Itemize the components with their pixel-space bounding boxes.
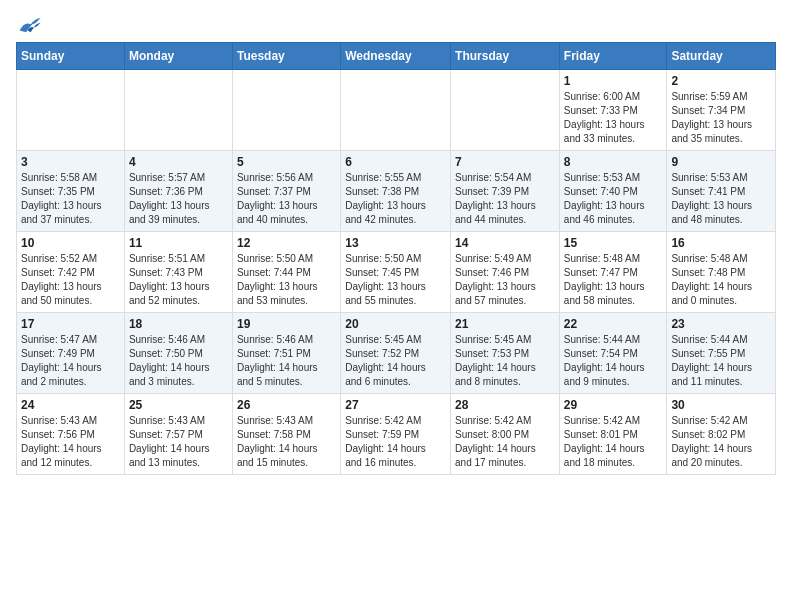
day-info: Sunrise: 5:50 AM Sunset: 7:44 PM Dayligh… bbox=[237, 252, 336, 308]
calendar-cell: 20Sunrise: 5:45 AM Sunset: 7:52 PM Dayli… bbox=[341, 313, 451, 394]
day-info: Sunrise: 5:47 AM Sunset: 7:49 PM Dayligh… bbox=[21, 333, 120, 389]
day-number: 21 bbox=[455, 317, 555, 331]
header-monday: Monday bbox=[124, 43, 232, 70]
calendar-cell: 28Sunrise: 5:42 AM Sunset: 8:00 PM Dayli… bbox=[451, 394, 560, 475]
day-info: Sunrise: 5:49 AM Sunset: 7:46 PM Dayligh… bbox=[455, 252, 555, 308]
day-info: Sunrise: 5:59 AM Sunset: 7:34 PM Dayligh… bbox=[671, 90, 771, 146]
day-number: 5 bbox=[237, 155, 336, 169]
calendar-cell: 16Sunrise: 5:48 AM Sunset: 7:48 PM Dayli… bbox=[667, 232, 776, 313]
calendar-cell bbox=[124, 70, 232, 151]
calendar-cell: 27Sunrise: 5:42 AM Sunset: 7:59 PM Dayli… bbox=[341, 394, 451, 475]
header-thursday: Thursday bbox=[451, 43, 560, 70]
day-info: Sunrise: 5:51 AM Sunset: 7:43 PM Dayligh… bbox=[129, 252, 228, 308]
day-number: 29 bbox=[564, 398, 663, 412]
calendar-cell: 18Sunrise: 5:46 AM Sunset: 7:50 PM Dayli… bbox=[124, 313, 232, 394]
day-number: 30 bbox=[671, 398, 771, 412]
calendar-week-row: 3Sunrise: 5:58 AM Sunset: 7:35 PM Daylig… bbox=[17, 151, 776, 232]
calendar-cell: 23Sunrise: 5:44 AM Sunset: 7:55 PM Dayli… bbox=[667, 313, 776, 394]
day-info: Sunrise: 5:56 AM Sunset: 7:37 PM Dayligh… bbox=[237, 171, 336, 227]
day-number: 23 bbox=[671, 317, 771, 331]
day-info: Sunrise: 5:44 AM Sunset: 7:54 PM Dayligh… bbox=[564, 333, 663, 389]
calendar-cell: 9Sunrise: 5:53 AM Sunset: 7:41 PM Daylig… bbox=[667, 151, 776, 232]
day-info: Sunrise: 5:55 AM Sunset: 7:38 PM Dayligh… bbox=[345, 171, 446, 227]
day-number: 20 bbox=[345, 317, 446, 331]
header-wednesday: Wednesday bbox=[341, 43, 451, 70]
calendar-table: Sunday Monday Tuesday Wednesday Thursday… bbox=[16, 42, 776, 475]
day-info: Sunrise: 5:50 AM Sunset: 7:45 PM Dayligh… bbox=[345, 252, 446, 308]
calendar-cell: 12Sunrise: 5:50 AM Sunset: 7:44 PM Dayli… bbox=[232, 232, 340, 313]
calendar-cell: 8Sunrise: 5:53 AM Sunset: 7:40 PM Daylig… bbox=[559, 151, 667, 232]
day-number: 15 bbox=[564, 236, 663, 250]
day-number: 26 bbox=[237, 398, 336, 412]
day-number: 9 bbox=[671, 155, 771, 169]
calendar-cell: 7Sunrise: 5:54 AM Sunset: 7:39 PM Daylig… bbox=[451, 151, 560, 232]
day-number: 4 bbox=[129, 155, 228, 169]
day-number: 22 bbox=[564, 317, 663, 331]
day-number: 2 bbox=[671, 74, 771, 88]
day-number: 10 bbox=[21, 236, 120, 250]
calendar-cell: 4Sunrise: 5:57 AM Sunset: 7:36 PM Daylig… bbox=[124, 151, 232, 232]
calendar-cell: 29Sunrise: 5:42 AM Sunset: 8:01 PM Dayli… bbox=[559, 394, 667, 475]
day-number: 11 bbox=[129, 236, 228, 250]
day-info: Sunrise: 5:43 AM Sunset: 7:57 PM Dayligh… bbox=[129, 414, 228, 470]
day-number: 3 bbox=[21, 155, 120, 169]
calendar-body: 1Sunrise: 6:00 AM Sunset: 7:33 PM Daylig… bbox=[17, 70, 776, 475]
calendar-cell: 19Sunrise: 5:46 AM Sunset: 7:51 PM Dayli… bbox=[232, 313, 340, 394]
day-info: Sunrise: 5:45 AM Sunset: 7:53 PM Dayligh… bbox=[455, 333, 555, 389]
calendar-cell: 1Sunrise: 6:00 AM Sunset: 7:33 PM Daylig… bbox=[559, 70, 667, 151]
calendar-cell: 10Sunrise: 5:52 AM Sunset: 7:42 PM Dayli… bbox=[17, 232, 125, 313]
header-friday: Friday bbox=[559, 43, 667, 70]
day-info: Sunrise: 5:57 AM Sunset: 7:36 PM Dayligh… bbox=[129, 171, 228, 227]
day-info: Sunrise: 5:42 AM Sunset: 7:59 PM Dayligh… bbox=[345, 414, 446, 470]
day-number: 7 bbox=[455, 155, 555, 169]
calendar-header: Sunday Monday Tuesday Wednesday Thursday… bbox=[17, 43, 776, 70]
calendar-week-row: 24Sunrise: 5:43 AM Sunset: 7:56 PM Dayli… bbox=[17, 394, 776, 475]
day-info: Sunrise: 5:42 AM Sunset: 8:00 PM Dayligh… bbox=[455, 414, 555, 470]
day-info: Sunrise: 5:46 AM Sunset: 7:51 PM Dayligh… bbox=[237, 333, 336, 389]
day-info: Sunrise: 5:53 AM Sunset: 7:40 PM Dayligh… bbox=[564, 171, 663, 227]
calendar-cell bbox=[17, 70, 125, 151]
day-info: Sunrise: 5:43 AM Sunset: 7:56 PM Dayligh… bbox=[21, 414, 120, 470]
calendar-cell: 11Sunrise: 5:51 AM Sunset: 7:43 PM Dayli… bbox=[124, 232, 232, 313]
day-number: 24 bbox=[21, 398, 120, 412]
day-number: 16 bbox=[671, 236, 771, 250]
calendar-cell: 26Sunrise: 5:43 AM Sunset: 7:58 PM Dayli… bbox=[232, 394, 340, 475]
day-number: 25 bbox=[129, 398, 228, 412]
day-info: Sunrise: 5:42 AM Sunset: 8:02 PM Dayligh… bbox=[671, 414, 771, 470]
logo bbox=[16, 16, 42, 34]
calendar-cell: 30Sunrise: 5:42 AM Sunset: 8:02 PM Dayli… bbox=[667, 394, 776, 475]
day-number: 17 bbox=[21, 317, 120, 331]
day-number: 1 bbox=[564, 74, 663, 88]
day-info: Sunrise: 5:54 AM Sunset: 7:39 PM Dayligh… bbox=[455, 171, 555, 227]
day-info: Sunrise: 5:52 AM Sunset: 7:42 PM Dayligh… bbox=[21, 252, 120, 308]
day-number: 18 bbox=[129, 317, 228, 331]
calendar-week-row: 17Sunrise: 5:47 AM Sunset: 7:49 PM Dayli… bbox=[17, 313, 776, 394]
day-info: Sunrise: 6:00 AM Sunset: 7:33 PM Dayligh… bbox=[564, 90, 663, 146]
day-number: 28 bbox=[455, 398, 555, 412]
day-number: 14 bbox=[455, 236, 555, 250]
calendar-cell bbox=[232, 70, 340, 151]
day-number: 6 bbox=[345, 155, 446, 169]
day-number: 13 bbox=[345, 236, 446, 250]
calendar-cell: 14Sunrise: 5:49 AM Sunset: 7:46 PM Dayli… bbox=[451, 232, 560, 313]
day-number: 27 bbox=[345, 398, 446, 412]
calendar-cell: 17Sunrise: 5:47 AM Sunset: 7:49 PM Dayli… bbox=[17, 313, 125, 394]
day-info: Sunrise: 5:46 AM Sunset: 7:50 PM Dayligh… bbox=[129, 333, 228, 389]
calendar-cell: 2Sunrise: 5:59 AM Sunset: 7:34 PM Daylig… bbox=[667, 70, 776, 151]
day-number: 8 bbox=[564, 155, 663, 169]
day-info: Sunrise: 5:43 AM Sunset: 7:58 PM Dayligh… bbox=[237, 414, 336, 470]
calendar-cell: 6Sunrise: 5:55 AM Sunset: 7:38 PM Daylig… bbox=[341, 151, 451, 232]
calendar-cell bbox=[451, 70, 560, 151]
day-info: Sunrise: 5:58 AM Sunset: 7:35 PM Dayligh… bbox=[21, 171, 120, 227]
calendar-cell: 13Sunrise: 5:50 AM Sunset: 7:45 PM Dayli… bbox=[341, 232, 451, 313]
header-tuesday: Tuesday bbox=[232, 43, 340, 70]
calendar-cell: 5Sunrise: 5:56 AM Sunset: 7:37 PM Daylig… bbox=[232, 151, 340, 232]
day-info: Sunrise: 5:48 AM Sunset: 7:47 PM Dayligh… bbox=[564, 252, 663, 308]
day-info: Sunrise: 5:44 AM Sunset: 7:55 PM Dayligh… bbox=[671, 333, 771, 389]
day-info: Sunrise: 5:42 AM Sunset: 8:01 PM Dayligh… bbox=[564, 414, 663, 470]
logo-bird-icon bbox=[18, 16, 42, 34]
header-row: Sunday Monday Tuesday Wednesday Thursday… bbox=[17, 43, 776, 70]
day-info: Sunrise: 5:48 AM Sunset: 7:48 PM Dayligh… bbox=[671, 252, 771, 308]
calendar-cell: 15Sunrise: 5:48 AM Sunset: 7:47 PM Dayli… bbox=[559, 232, 667, 313]
calendar-week-row: 1Sunrise: 6:00 AM Sunset: 7:33 PM Daylig… bbox=[17, 70, 776, 151]
